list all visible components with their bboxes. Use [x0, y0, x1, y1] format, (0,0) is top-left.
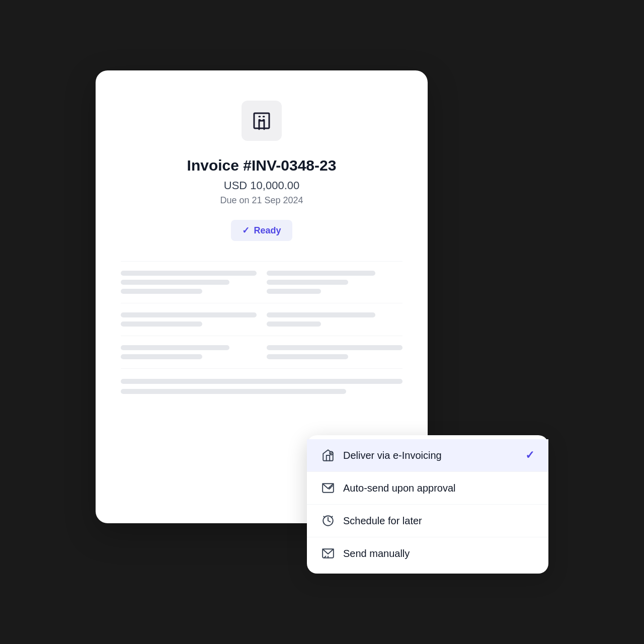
bottom-lines — [121, 379, 403, 394]
auto-send-icon — [321, 481, 335, 495]
lines-row-1 — [121, 261, 403, 303]
invoice-content-lines — [121, 261, 403, 369]
schedule-later-label: Schedule for later — [343, 515, 534, 527]
line — [267, 345, 403, 350]
line — [121, 345, 229, 350]
scene: Invoice #INV-0348-23 USD 10,000.00 Due o… — [96, 70, 548, 574]
invoice-due-date: Due on 21 Sep 2024 — [220, 195, 303, 206]
line — [121, 289, 202, 294]
line-block-right-1 — [267, 271, 403, 294]
lines-row-2 — [121, 303, 403, 336]
invoice-amount: USD 10,000.00 — [224, 179, 299, 192]
line-block-right-3 — [267, 345, 403, 359]
check-icon: ✓ — [242, 225, 250, 236]
line — [267, 289, 321, 294]
line — [121, 271, 257, 276]
line — [267, 280, 348, 285]
lines-row-3 — [121, 336, 403, 369]
line — [121, 321, 202, 327]
building-icon — [252, 111, 272, 131]
selected-checkmark: ✓ — [525, 449, 534, 462]
send-manually-option[interactable]: Send manually — [307, 537, 548, 570]
line-block-left-1 — [121, 271, 257, 294]
einvoicing-icon — [321, 448, 335, 462]
delivery-options-dropdown: Deliver via e-Invoicing ✓ Auto-send upon… — [307, 435, 548, 574]
deliver-einvoicing-label: Deliver via e-Invoicing — [343, 450, 517, 461]
schedule-later-option[interactable]: Schedule for later — [307, 504, 548, 537]
line — [267, 354, 348, 359]
status-label: Ready — [254, 225, 281, 236]
deliver-einvoicing-option[interactable]: Deliver via e-Invoicing ✓ — [307, 439, 548, 471]
send-manually-label: Send manually — [343, 548, 534, 559]
invoice-title: Invoice #INV-0348-23 — [187, 157, 337, 174]
line — [121, 379, 403, 384]
company-icon-wrap — [242, 101, 282, 141]
line-block-right-2 — [267, 312, 403, 327]
line — [267, 321, 321, 327]
line — [121, 354, 202, 359]
line — [267, 312, 375, 317]
line — [121, 280, 229, 285]
schedule-icon — [321, 514, 335, 528]
status-badge: ✓ Ready — [231, 220, 292, 241]
line — [267, 271, 375, 276]
auto-send-option[interactable]: Auto-send upon approval — [307, 471, 548, 504]
auto-send-label: Auto-send upon approval — [343, 482, 534, 494]
send-manually-icon — [321, 546, 335, 560]
line — [121, 312, 257, 317]
line — [121, 389, 346, 394]
line-block-left-2 — [121, 312, 257, 327]
line-block-left-3 — [121, 345, 257, 359]
